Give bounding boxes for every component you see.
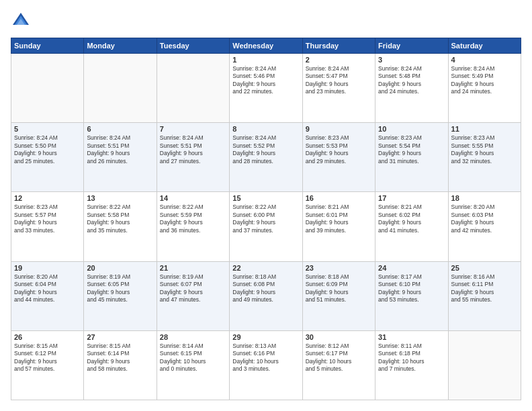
logo [11, 11, 34, 31]
cell-info: Sunrise: 8:13 AM Sunset: 6:16 PM Dayligh… [232, 342, 299, 373]
day-number: 25 [451, 264, 518, 272]
col-header-wednesday: Wednesday [230, 38, 302, 54]
day-number: 4 [451, 56, 518, 64]
calendar-cell: 30Sunrise: 8:12 AM Sunset: 6:17 PM Dayli… [302, 330, 375, 400]
cell-info: Sunrise: 8:24 AM Sunset: 5:46 PM Dayligh… [232, 65, 299, 96]
calendar-cell: 4Sunrise: 8:24 AM Sunset: 5:49 PM Daylig… [448, 54, 521, 123]
day-number: 21 [160, 264, 226, 272]
cell-info: Sunrise: 8:23 AM Sunset: 5:54 PM Dayligh… [378, 134, 445, 165]
cell-info: Sunrise: 8:12 AM Sunset: 6:17 PM Dayligh… [306, 342, 372, 373]
calendar-cell: 1Sunrise: 8:24 AM Sunset: 5:46 PM Daylig… [230, 54, 302, 123]
day-number: 28 [160, 333, 226, 341]
day-number: 31 [378, 333, 445, 341]
day-number: 13 [87, 194, 153, 202]
calendar-cell [11, 54, 84, 123]
cell-info: Sunrise: 8:18 AM Sunset: 6:09 PM Dayligh… [306, 273, 372, 304]
calendar-cell [84, 54, 157, 123]
col-header-tuesday: Tuesday [157, 38, 229, 54]
day-number: 23 [306, 264, 372, 272]
day-number: 5 [14, 125, 81, 133]
calendar-cell: 5Sunrise: 8:24 AM Sunset: 5:50 PM Daylig… [11, 123, 84, 192]
calendar-cell: 31Sunrise: 8:11 AM Sunset: 6:18 PM Dayli… [375, 330, 448, 400]
calendar-table: SundayMondayTuesdayWednesdayThursdayFrid… [11, 38, 521, 400]
col-header-sunday: Sunday [11, 38, 84, 54]
calendar-cell [448, 330, 521, 400]
cell-info: Sunrise: 8:22 AM Sunset: 5:58 PM Dayligh… [87, 203, 153, 234]
day-number: 10 [378, 125, 445, 133]
day-number: 20 [87, 264, 153, 272]
calendar-cell: 10Sunrise: 8:23 AM Sunset: 5:54 PM Dayli… [375, 123, 448, 192]
day-number: 11 [451, 125, 518, 133]
day-number: 12 [14, 194, 81, 202]
calendar-cell: 24Sunrise: 8:17 AM Sunset: 6:10 PM Dayli… [375, 261, 448, 330]
col-header-thursday: Thursday [302, 38, 375, 54]
cell-info: Sunrise: 8:23 AM Sunset: 5:57 PM Dayligh… [14, 203, 81, 234]
cell-info: Sunrise: 8:22 AM Sunset: 6:00 PM Dayligh… [232, 203, 299, 234]
page: SundayMondayTuesdayWednesdayThursdayFrid… [0, 0, 532, 411]
calendar-cell: 3Sunrise: 8:24 AM Sunset: 5:48 PM Daylig… [375, 54, 448, 123]
calendar-row-2: 12Sunrise: 8:23 AM Sunset: 5:57 PM Dayli… [11, 192, 521, 261]
day-number: 18 [451, 194, 518, 202]
calendar-cell: 16Sunrise: 8:21 AM Sunset: 6:01 PM Dayli… [302, 192, 375, 261]
cell-info: Sunrise: 8:15 AM Sunset: 6:12 PM Dayligh… [14, 342, 81, 373]
col-header-friday: Friday [375, 38, 448, 54]
calendar-cell: 2Sunrise: 8:24 AM Sunset: 5:47 PM Daylig… [302, 54, 375, 123]
cell-info: Sunrise: 8:21 AM Sunset: 6:01 PM Dayligh… [306, 203, 372, 234]
cell-info: Sunrise: 8:15 AM Sunset: 6:14 PM Dayligh… [87, 342, 153, 373]
calendar-cell: 12Sunrise: 8:23 AM Sunset: 5:57 PM Dayli… [11, 192, 84, 261]
logo-icon [11, 11, 31, 31]
calendar-cell: 8Sunrise: 8:24 AM Sunset: 5:52 PM Daylig… [230, 123, 302, 192]
cell-info: Sunrise: 8:11 AM Sunset: 6:18 PM Dayligh… [378, 342, 445, 373]
cell-info: Sunrise: 8:23 AM Sunset: 5:53 PM Dayligh… [306, 134, 372, 165]
cell-info: Sunrise: 8:24 AM Sunset: 5:49 PM Dayligh… [451, 65, 518, 96]
cell-info: Sunrise: 8:17 AM Sunset: 6:10 PM Dayligh… [378, 273, 445, 304]
calendar-cell: 21Sunrise: 8:19 AM Sunset: 6:07 PM Dayli… [157, 261, 229, 330]
calendar-cell: 7Sunrise: 8:24 AM Sunset: 5:51 PM Daylig… [157, 123, 229, 192]
calendar-cell: 27Sunrise: 8:15 AM Sunset: 6:14 PM Dayli… [84, 330, 157, 400]
calendar-cell: 14Sunrise: 8:22 AM Sunset: 5:59 PM Dayli… [157, 192, 229, 261]
day-number: 6 [87, 125, 153, 133]
cell-info: Sunrise: 8:20 AM Sunset: 6:03 PM Dayligh… [451, 203, 518, 234]
day-number: 3 [378, 56, 445, 64]
calendar-row-4: 26Sunrise: 8:15 AM Sunset: 6:12 PM Dayli… [11, 330, 521, 400]
calendar-cell: 13Sunrise: 8:22 AM Sunset: 5:58 PM Dayli… [84, 192, 157, 261]
cell-info: Sunrise: 8:24 AM Sunset: 5:48 PM Dayligh… [378, 65, 445, 96]
calendar-cell: 26Sunrise: 8:15 AM Sunset: 6:12 PM Dayli… [11, 330, 84, 400]
day-number: 8 [232, 125, 299, 133]
day-number: 24 [378, 264, 445, 272]
day-number: 14 [160, 194, 226, 202]
calendar-row-1: 5Sunrise: 8:24 AM Sunset: 5:50 PM Daylig… [11, 123, 521, 192]
day-number: 30 [306, 333, 372, 341]
day-number: 22 [232, 264, 299, 272]
cell-info: Sunrise: 8:19 AM Sunset: 6:07 PM Dayligh… [160, 273, 226, 304]
cell-info: Sunrise: 8:20 AM Sunset: 6:04 PM Dayligh… [14, 273, 81, 304]
calendar-cell: 20Sunrise: 8:19 AM Sunset: 6:05 PM Dayli… [84, 261, 157, 330]
calendar-cell: 18Sunrise: 8:20 AM Sunset: 6:03 PM Dayli… [448, 192, 521, 261]
col-header-monday: Monday [84, 38, 157, 54]
calendar-cell: 22Sunrise: 8:18 AM Sunset: 6:08 PM Dayli… [230, 261, 302, 330]
calendar-header-row: SundayMondayTuesdayWednesdayThursdayFrid… [11, 38, 521, 54]
calendar-cell: 6Sunrise: 8:24 AM Sunset: 5:51 PM Daylig… [84, 123, 157, 192]
cell-info: Sunrise: 8:19 AM Sunset: 6:05 PM Dayligh… [87, 273, 153, 304]
calendar-cell: 29Sunrise: 8:13 AM Sunset: 6:16 PM Dayli… [230, 330, 302, 400]
col-header-saturday: Saturday [448, 38, 521, 54]
cell-info: Sunrise: 8:24 AM Sunset: 5:47 PM Dayligh… [306, 65, 372, 96]
calendar-row-3: 19Sunrise: 8:20 AM Sunset: 6:04 PM Dayli… [11, 261, 521, 330]
day-number: 16 [306, 194, 372, 202]
day-number: 2 [306, 56, 372, 64]
day-number: 17 [378, 194, 445, 202]
cell-info: Sunrise: 8:16 AM Sunset: 6:11 PM Dayligh… [451, 273, 518, 304]
cell-info: Sunrise: 8:21 AM Sunset: 6:02 PM Dayligh… [378, 203, 445, 234]
calendar-cell: 17Sunrise: 8:21 AM Sunset: 6:02 PM Dayli… [375, 192, 448, 261]
header [11, 11, 521, 31]
calendar-row-0: 1Sunrise: 8:24 AM Sunset: 5:46 PM Daylig… [11, 54, 521, 123]
day-number: 7 [160, 125, 226, 133]
day-number: 15 [232, 194, 299, 202]
cell-info: Sunrise: 8:23 AM Sunset: 5:55 PM Dayligh… [451, 134, 518, 165]
cell-info: Sunrise: 8:14 AM Sunset: 6:15 PM Dayligh… [160, 342, 226, 373]
calendar-cell: 23Sunrise: 8:18 AM Sunset: 6:09 PM Dayli… [302, 261, 375, 330]
calendar-cell [157, 54, 229, 123]
calendar-cell: 28Sunrise: 8:14 AM Sunset: 6:15 PM Dayli… [157, 330, 229, 400]
calendar-cell: 19Sunrise: 8:20 AM Sunset: 6:04 PM Dayli… [11, 261, 84, 330]
cell-info: Sunrise: 8:22 AM Sunset: 5:59 PM Dayligh… [160, 203, 226, 234]
